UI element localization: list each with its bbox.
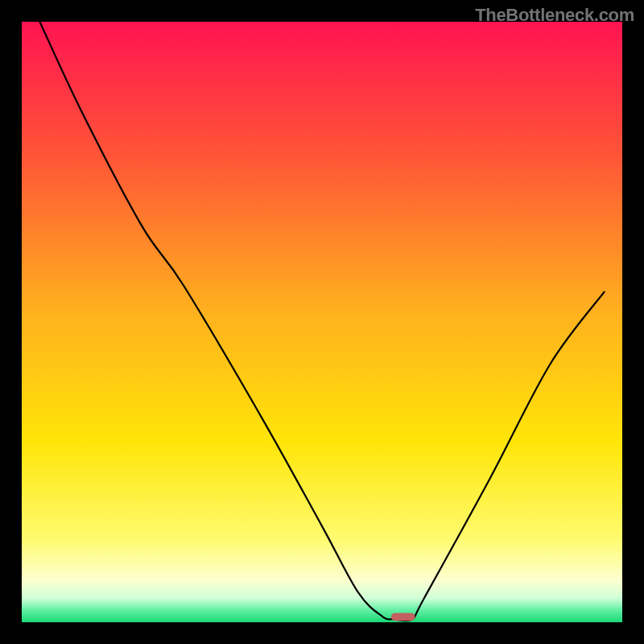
optimum-marker xyxy=(391,613,415,621)
chart-frame: TheBottleneck.com xyxy=(0,0,644,644)
plot-background xyxy=(22,22,622,622)
watermark-text: TheBottleneck.com xyxy=(475,5,634,26)
bottleneck-plot xyxy=(22,22,622,622)
